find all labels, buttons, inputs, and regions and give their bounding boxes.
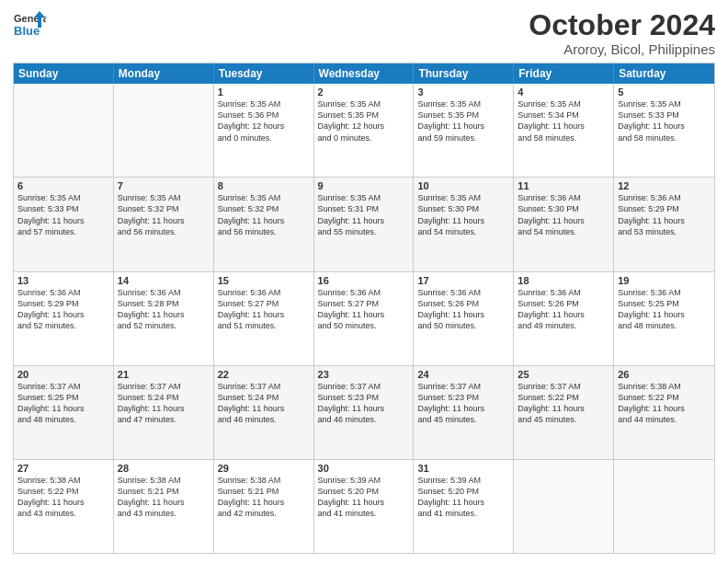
cell-info: Sunrise: 5:37 AM Sunset: 5:22 PM Dayligh… (518, 381, 609, 426)
day-number: 23 (318, 369, 410, 380)
calendar-cell: 28Sunrise: 5:38 AM Sunset: 5:21 PM Dayli… (114, 460, 214, 553)
calendar-cell: 30Sunrise: 5:39 AM Sunset: 5:20 PM Dayli… (314, 460, 415, 553)
calendar-cell: 20Sunrise: 5:37 AM Sunset: 5:25 PM Dayli… (14, 366, 114, 459)
day-number: 7 (118, 180, 210, 191)
cell-info: Sunrise: 5:36 AM Sunset: 5:25 PM Dayligh… (618, 287, 711, 332)
calendar-cell (614, 460, 714, 553)
calendar-cell: 10Sunrise: 5:35 AM Sunset: 5:30 PM Dayli… (414, 178, 514, 270)
calendar-cell (114, 84, 214, 177)
calendar-cell: 16Sunrise: 5:36 AM Sunset: 5:27 PM Dayli… (314, 272, 415, 365)
header: General Blue October 2024 Aroroy, Bicol,… (13, 9, 715, 57)
cell-info: Sunrise: 5:36 AM Sunset: 5:30 PM Dayligh… (518, 192, 609, 237)
calendar-cell: 18Sunrise: 5:36 AM Sunset: 5:26 PM Dayli… (514, 272, 614, 365)
cell-info: Sunrise: 5:37 AM Sunset: 5:24 PM Dayligh… (218, 381, 310, 426)
cell-info: Sunrise: 5:36 AM Sunset: 5:26 PM Dayligh… (518, 287, 609, 332)
cal-header-day: Saturday (614, 63, 714, 84)
day-number: 22 (218, 369, 310, 380)
cal-header-day: Tuesday (214, 63, 314, 84)
cell-info: Sunrise: 5:35 AM Sunset: 5:33 PM Dayligh… (618, 98, 711, 144)
cell-info: Sunrise: 5:37 AM Sunset: 5:23 PM Dayligh… (417, 381, 509, 426)
calendar-row: 6Sunrise: 5:35 AM Sunset: 5:33 PM Daylig… (14, 177, 714, 270)
cal-header-day: Monday (114, 63, 214, 84)
cal-header-day: Thursday (414, 63, 514, 84)
day-number: 20 (17, 369, 109, 380)
day-number: 28 (118, 463, 210, 474)
day-number: 17 (417, 275, 509, 286)
cell-info: Sunrise: 5:36 AM Sunset: 5:27 PM Dayligh… (218, 287, 310, 332)
day-number: 4 (518, 86, 609, 98)
calendar-cell: 23Sunrise: 5:37 AM Sunset: 5:23 PM Dayli… (314, 366, 415, 459)
day-number: 11 (518, 180, 609, 191)
cell-info: Sunrise: 5:35 AM Sunset: 5:36 PM Dayligh… (218, 98, 310, 144)
month-title: October 2024 (529, 9, 715, 41)
day-number: 6 (17, 180, 109, 191)
cell-info: Sunrise: 5:36 AM Sunset: 5:26 PM Dayligh… (417, 287, 509, 332)
day-number: 12 (618, 180, 711, 191)
cell-info: Sunrise: 5:35 AM Sunset: 5:33 PM Dayligh… (17, 192, 109, 237)
title-block: October 2024 Aroroy, Bicol, Philippines (529, 9, 715, 57)
day-number: 15 (218, 275, 310, 286)
cell-info: Sunrise: 5:38 AM Sunset: 5:22 PM Dayligh… (17, 475, 109, 520)
calendar-cell (514, 460, 614, 553)
calendar-cell: 24Sunrise: 5:37 AM Sunset: 5:23 PM Dayli… (414, 366, 514, 459)
cell-info: Sunrise: 5:35 AM Sunset: 5:34 PM Dayligh… (518, 98, 609, 144)
cell-info: Sunrise: 5:35 AM Sunset: 5:31 PM Dayligh… (318, 192, 410, 237)
calendar-row: 20Sunrise: 5:37 AM Sunset: 5:25 PM Dayli… (14, 365, 714, 459)
cell-info: Sunrise: 5:38 AM Sunset: 5:22 PM Dayligh… (618, 381, 711, 426)
calendar-cell: 12Sunrise: 5:36 AM Sunset: 5:29 PM Dayli… (614, 178, 714, 270)
day-number: 26 (618, 369, 711, 380)
cell-info: Sunrise: 5:35 AM Sunset: 5:35 PM Dayligh… (318, 98, 410, 144)
cell-info: Sunrise: 5:35 AM Sunset: 5:30 PM Dayligh… (417, 192, 509, 237)
day-number: 9 (318, 180, 410, 191)
cal-header-day: Friday (514, 63, 614, 84)
cell-info: Sunrise: 5:37 AM Sunset: 5:25 PM Dayligh… (17, 381, 109, 426)
day-number: 19 (618, 275, 711, 286)
calendar-cell: 29Sunrise: 5:38 AM Sunset: 5:21 PM Dayli… (214, 460, 314, 553)
day-number: 16 (318, 275, 410, 286)
day-number: 3 (417, 86, 509, 98)
calendar-cell: 6Sunrise: 5:35 AM Sunset: 5:33 PM Daylig… (14, 178, 114, 270)
calendar-cell: 27Sunrise: 5:38 AM Sunset: 5:22 PM Dayli… (14, 460, 114, 553)
day-number: 29 (218, 463, 310, 474)
cell-info: Sunrise: 5:35 AM Sunset: 5:32 PM Dayligh… (218, 192, 310, 237)
calendar-cell: 31Sunrise: 5:39 AM Sunset: 5:20 PM Dayli… (414, 460, 514, 553)
cell-info: Sunrise: 5:36 AM Sunset: 5:29 PM Dayligh… (17, 287, 109, 332)
cal-header-day: Wednesday (314, 63, 415, 84)
cell-info: Sunrise: 5:39 AM Sunset: 5:20 PM Dayligh… (318, 475, 410, 520)
cell-info: Sunrise: 5:38 AM Sunset: 5:21 PM Dayligh… (118, 475, 210, 520)
calendar-body: 1Sunrise: 5:35 AM Sunset: 5:36 PM Daylig… (14, 84, 714, 553)
calendar-cell: 1Sunrise: 5:35 AM Sunset: 5:36 PM Daylig… (214, 84, 314, 177)
svg-text:Blue: Blue (14, 24, 40, 38)
calendar-cell: 19Sunrise: 5:36 AM Sunset: 5:25 PM Dayli… (614, 272, 714, 365)
calendar-cell: 9Sunrise: 5:35 AM Sunset: 5:31 PM Daylig… (314, 178, 415, 270)
cell-info: Sunrise: 5:37 AM Sunset: 5:23 PM Dayligh… (318, 381, 410, 426)
cell-info: Sunrise: 5:36 AM Sunset: 5:29 PM Dayligh… (618, 192, 711, 237)
cell-info: Sunrise: 5:39 AM Sunset: 5:20 PM Dayligh… (417, 475, 509, 520)
day-number: 27 (17, 463, 109, 474)
day-number: 21 (118, 369, 210, 380)
calendar-cell: 2Sunrise: 5:35 AM Sunset: 5:35 PM Daylig… (314, 84, 415, 177)
cell-info: Sunrise: 5:36 AM Sunset: 5:27 PM Dayligh… (318, 287, 410, 332)
calendar-cell: 17Sunrise: 5:36 AM Sunset: 5:26 PM Dayli… (414, 272, 514, 365)
calendar-cell: 26Sunrise: 5:38 AM Sunset: 5:22 PM Dayli… (614, 366, 714, 459)
day-number: 8 (218, 180, 310, 191)
logo-svg: General Blue (13, 9, 46, 42)
cell-info: Sunrise: 5:38 AM Sunset: 5:21 PM Dayligh… (218, 475, 310, 520)
calendar-cell: 13Sunrise: 5:36 AM Sunset: 5:29 PM Dayli… (14, 272, 114, 365)
calendar-cell: 7Sunrise: 5:35 AM Sunset: 5:32 PM Daylig… (114, 178, 214, 270)
cell-info: Sunrise: 5:37 AM Sunset: 5:24 PM Dayligh… (118, 381, 210, 426)
calendar-cell: 3Sunrise: 5:35 AM Sunset: 5:35 PM Daylig… (414, 84, 514, 177)
calendar-cell (14, 84, 114, 177)
calendar-header: SundayMondayTuesdayWednesdayThursdayFrid… (14, 63, 714, 84)
day-number: 24 (417, 369, 509, 380)
cell-info: Sunrise: 5:36 AM Sunset: 5:28 PM Dayligh… (118, 287, 210, 332)
day-number: 2 (318, 86, 410, 98)
subtitle: Aroroy, Bicol, Philippines (529, 41, 715, 57)
calendar-cell: 21Sunrise: 5:37 AM Sunset: 5:24 PM Dayli… (114, 366, 214, 459)
logo: General Blue (13, 9, 46, 42)
day-number: 1 (218, 86, 310, 98)
day-number: 18 (518, 275, 609, 286)
day-number: 13 (17, 275, 109, 286)
day-number: 25 (518, 369, 609, 380)
calendar-cell: 25Sunrise: 5:37 AM Sunset: 5:22 PM Dayli… (514, 366, 614, 459)
